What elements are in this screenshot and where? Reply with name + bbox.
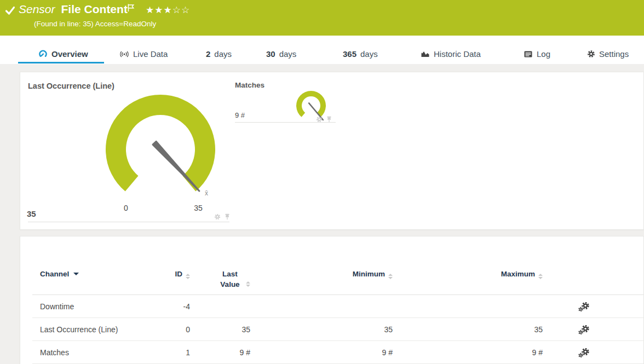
cell-minimum: 9 # — [250, 342, 393, 364]
cell-id: 1 — [130, 342, 190, 364]
tab-log[interactable]: Log — [524, 49, 550, 59]
tile-settings-gear-icon[interactable] — [214, 212, 221, 222]
tab-overview-label: Overview — [51, 49, 88, 59]
cell-id: 0 — [130, 319, 190, 341]
cell-channel[interactable]: Downtime — [32, 296, 130, 318]
tile-pin-icon[interactable] — [224, 212, 231, 222]
channel-settings-cogs-icon[interactable] — [543, 295, 625, 318]
tab-historic-data-label: Historic Data — [434, 49, 481, 59]
tab-historic-data[interactable]: Historic Data — [421, 49, 481, 59]
tab-2-days-label: days — [214, 49, 232, 59]
tile-settings-gear-icon[interactable] — [316, 115, 323, 125]
status-ok-check-icon — [5, 6, 15, 18]
sort-toggle-icon — [246, 281, 250, 287]
broadcast-icon — [119, 50, 129, 58]
tab-30-days[interactable]: 30 days — [266, 49, 296, 59]
tab-2-days[interactable]: 2 days — [206, 49, 232, 59]
object-type-label: Sensor — [19, 3, 55, 15]
cell-last-value: 9 # — [190, 342, 250, 364]
tile-pin-icon[interactable] — [326, 115, 332, 125]
table-row-matches: Matches 1 9 # 9 # 9 # — [32, 341, 643, 364]
cell-last-value: 35 — [190, 319, 250, 341]
tab-2-days-number: 2 — [206, 49, 210, 59]
tab-log-label: Log — [537, 49, 550, 59]
column-header-id[interactable]: ID — [130, 269, 190, 279]
cell-maximum: 9 # — [393, 342, 543, 364]
column-header-last-value-label: Last Value — [217, 269, 243, 290]
column-header-maximum[interactable]: Maximum — [393, 269, 543, 279]
tab-bar: Overview Live Data 2 days 30 days 365 da… — [0, 36, 644, 64]
column-header-channel[interactable]: Channel — [32, 269, 130, 279]
gear-icon — [587, 50, 595, 58]
primary-tile-actions — [214, 212, 231, 222]
cell-channel[interactable]: Matches — [32, 342, 130, 364]
secondary-tile-actions — [316, 115, 332, 125]
cell-maximum: 35 — [393, 319, 543, 341]
sensor-name[interactable]: File Content — [61, 3, 128, 15]
primary-gauge-value: 35 — [27, 209, 36, 218]
area-chart-icon — [421, 50, 430, 58]
cell-channel[interactable]: Last Occurrence (Line) — [32, 319, 130, 341]
tab-live-data[interactable]: Live Data — [119, 49, 168, 59]
tab-settings-label: Settings — [599, 49, 629, 59]
channels-table-panel: Channel ID Last Value Minimum Maximum Do… — [20, 236, 644, 364]
gauge-icon — [38, 50, 48, 59]
column-header-id-label: ID — [175, 270, 183, 278]
secondary-tile-separator — [235, 122, 336, 123]
sensor-header-bar: SensorFile Content ★★★☆☆ (Found in line:… — [0, 0, 644, 36]
tab-365-days-number: 365 — [343, 49, 357, 59]
tab-settings[interactable]: Settings — [587, 49, 629, 59]
log-list-icon — [524, 50, 533, 58]
channel-settings-cogs-icon[interactable] — [543, 318, 625, 341]
active-tab-indicator — [18, 62, 104, 63]
secondary-gauge-title: Matches — [235, 81, 264, 89]
priority-rating[interactable]: ★★★☆☆ — [146, 4, 190, 16]
primary-tile-separator — [28, 222, 229, 222]
tab-overview[interactable]: Overview — [38, 49, 88, 59]
sort-toggle-icon — [538, 274, 543, 279]
cell-id: -4 — [130, 296, 190, 318]
stars-empty[interactable]: ☆☆ — [173, 5, 190, 15]
column-header-maximum-label: Maximum — [501, 270, 535, 278]
prtg-sensor-page: { "header": { "type_label": "Sensor", "n… — [0, 0, 644, 364]
sensor-title: SensorFile Content — [19, 3, 128, 16]
secondary-gauge-value: 9 # — [235, 111, 245, 119]
primary-gauge-max-label: 35 — [192, 204, 205, 212]
column-header-minimum[interactable]: Minimum — [250, 269, 393, 279]
tab-365-days-label: days — [360, 49, 378, 59]
overview-gauges-panel: Last Occurrence (Line) x̄ 0 35 35 Matche… — [20, 72, 644, 230]
tab-30-days-number: 30 — [266, 49, 275, 59]
sort-toggle-icon — [388, 274, 393, 279]
table-header-row: Channel ID Last Value Minimum Maximum — [32, 236, 643, 295]
column-header-last-value[interactable]: Last Value — [190, 269, 250, 290]
tab-365-days[interactable]: 365 days — [343, 49, 378, 59]
primary-gauge — [97, 86, 234, 223]
column-header-minimum-label: Minimum — [353, 270, 385, 278]
channel-settings-cogs-icon[interactable] — [543, 341, 625, 364]
tab-live-data-label: Live Data — [133, 49, 168, 59]
channels-table: Channel ID Last Value Minimum Maximum Do… — [32, 236, 643, 364]
primary-gauge-arc — [106, 95, 215, 192]
sort-toggle-icon — [186, 274, 190, 279]
flag-icon[interactable] — [128, 4, 135, 14]
sensor-status-message: (Found in line: 35) Access=ReadOnly — [34, 20, 156, 28]
table-row-last-occurrence: Last Occurrence (Line) 0 35 35 35 — [32, 318, 643, 341]
stars-filled[interactable]: ★★★ — [146, 5, 173, 15]
secondary-gauge-arc — [296, 91, 326, 117]
column-header-channel-label: Channel — [40, 270, 69, 278]
primary-gauge-min-label: 0 — [122, 204, 130, 212]
average-marker: x̄ — [203, 189, 210, 197]
cell-minimum: 35 — [250, 319, 393, 341]
tab-30-days-label: days — [279, 49, 297, 59]
sort-desc-icon — [73, 273, 79, 275]
table-row-downtime: Downtime -4 — [32, 295, 643, 318]
